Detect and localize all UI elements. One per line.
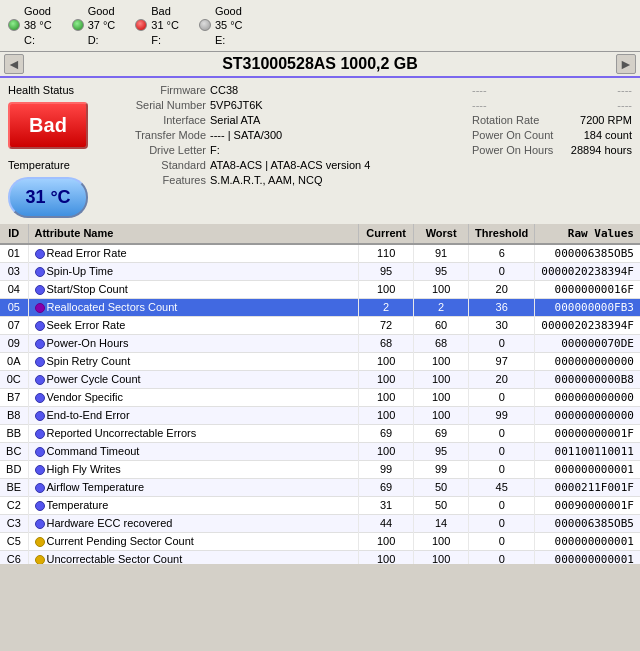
col-worst-header: Worst (414, 224, 469, 244)
row-threshold: 6 (469, 244, 535, 263)
interface-value: Serial ATA (210, 114, 260, 126)
row-id: C6 (0, 550, 28, 564)
drive-d-dot (72, 19, 84, 31)
row-current: 95 (359, 262, 414, 280)
table-row[interactable]: C6 Uncorrectable Sector Count 100 100 0 … (0, 550, 640, 564)
drive-c-dot (8, 19, 20, 31)
table-row[interactable]: C2 Temperature 31 50 0 00090000001F (0, 496, 640, 514)
table-row[interactable]: 03 Spin-Up Time 95 95 0 0000020238394F (0, 262, 640, 280)
row-worst: 100 (414, 370, 469, 388)
table-row[interactable]: 01 Read Error Rate 110 91 6 000006385OB5 (0, 244, 640, 263)
row-threshold: 0 (469, 460, 535, 478)
standard-label: Standard (106, 159, 206, 171)
row-icon (35, 249, 45, 259)
table-row[interactable]: 04 Start/Stop Count 100 100 20 000000000… (0, 280, 640, 298)
drive-f-temp: 31 °C (151, 18, 179, 32)
row-name: End-to-End Error (28, 406, 359, 424)
table-row[interactable]: 07 Seek Error Rate 72 60 30 000002023839… (0, 316, 640, 334)
table-row[interactable]: B7 Vendor Specific 100 100 0 00000000000… (0, 388, 640, 406)
row-icon (35, 465, 45, 475)
row-raw: 000000000001 (535, 532, 640, 550)
rotation-label: Rotation Rate (472, 114, 539, 126)
row-threshold: 0 (469, 550, 535, 564)
prev-button[interactable]: ◄ (4, 54, 24, 74)
drive-info-panel: Firmware CC38 Serial Number 5VP6JT6K Int… (106, 84, 464, 218)
row-worst: 100 (414, 550, 469, 564)
main-info-panel: Health Status Bad Temperature 31 °C Firm… (0, 78, 640, 224)
row-id: 0A (0, 352, 28, 370)
table-row[interactable]: BE Airflow Temperature 69 50 45 0000211F… (0, 478, 640, 496)
power-hours-value: 28894 hours (562, 144, 632, 156)
drive-letter-value: F: (210, 144, 220, 156)
nav-bar: ◄ ST31000528AS 1000,2 GB ► (0, 52, 640, 78)
drive-d-status[interactable]: Good 37 °C D: (72, 4, 116, 47)
serial-row: Serial Number 5VP6JT6K (106, 99, 464, 111)
table-row[interactable]: BB Reported Uncorrectable Errors 69 69 0… (0, 424, 640, 442)
dash1: ---- (472, 84, 487, 96)
row-current: 69 (359, 478, 414, 496)
row-worst: 100 (414, 406, 469, 424)
table-row[interactable]: 09 Power-On Hours 68 68 0 000000070DE (0, 334, 640, 352)
row-id: 01 (0, 244, 28, 263)
drive-d-letter: D: (88, 33, 116, 47)
table-row[interactable]: BC Command Timeout 100 95 0 001100110011 (0, 442, 640, 460)
row-name: Vendor Specific (28, 388, 359, 406)
row-threshold: 36 (469, 298, 535, 316)
interface-row: Interface Serial ATA (106, 114, 464, 126)
dash1b: ---- (617, 84, 632, 96)
rotation-value: 7200 RPM (562, 114, 632, 126)
drive-e-letter: E: (215, 33, 243, 47)
standard-row: Standard ATA8-ACS | ATA8-ACS version 4 (106, 159, 464, 171)
next-button[interactable]: ► (616, 54, 636, 74)
row-raw: 0000020238394F (535, 262, 640, 280)
table-row[interactable]: 0C Power Cycle Count 100 100 20 00000000… (0, 370, 640, 388)
row-id: BD (0, 460, 28, 478)
row-icon (35, 429, 45, 439)
row-current: 100 (359, 550, 414, 564)
firmware-value: CC38 (210, 84, 238, 96)
row-current: 100 (359, 352, 414, 370)
row-id: BC (0, 442, 28, 460)
row-worst: 100 (414, 532, 469, 550)
table-row[interactable]: B8 End-to-End Error 100 100 99 000000000… (0, 406, 640, 424)
row-icon (35, 519, 45, 529)
table-row[interactable]: 0A Spin Retry Count 100 100 97 000000000… (0, 352, 640, 370)
row-icon (35, 357, 45, 367)
row-id: 0C (0, 370, 28, 388)
drive-f-letter: F: (151, 33, 179, 47)
table-row[interactable]: C5 Current Pending Sector Count 100 100 … (0, 532, 640, 550)
rotation-row: Rotation Rate 7200 RPM (472, 114, 632, 126)
row-raw: 000000000001 (535, 460, 640, 478)
table-row[interactable]: BD High Fly Writes 99 99 0 000000000001 (0, 460, 640, 478)
row-threshold: 0 (469, 262, 535, 280)
row-current: 110 (359, 244, 414, 263)
drive-title: ST31000528AS 1000,2 GB (24, 55, 616, 73)
row-current: 100 (359, 442, 414, 460)
row-id: C2 (0, 496, 28, 514)
power-hours-label: Power On Hours (472, 144, 553, 156)
transfer-label: Transfer Mode (106, 129, 206, 141)
row-name: Seek Error Rate (28, 316, 359, 334)
row-threshold: 0 (469, 388, 535, 406)
row-id: B7 (0, 388, 28, 406)
col-threshold-header: Threshold (469, 224, 535, 244)
power-count-value: 184 count (562, 129, 632, 141)
table-wrapper[interactable]: ID Attribute Name Current Worst Threshol… (0, 224, 640, 564)
col-name-header: Attribute Name (28, 224, 359, 244)
row-name: Reported Uncorrectable Errors (28, 424, 359, 442)
drive-f-label: Bad (151, 4, 179, 18)
row-icon (35, 285, 45, 295)
row-name: Spin Retry Count (28, 352, 359, 370)
row-worst: 100 (414, 352, 469, 370)
drive-f-status[interactable]: Bad 31 °C F: (135, 4, 179, 47)
drive-c-status[interactable]: Good 38 °C C: (8, 4, 52, 47)
firmware-row: Firmware CC38 (106, 84, 464, 96)
row-current: 69 (359, 424, 414, 442)
row-worst: 50 (414, 496, 469, 514)
table-row[interactable]: 05 Reallocated Sectors Count 2 2 36 0000… (0, 298, 640, 316)
row-icon (35, 555, 45, 563)
table-row[interactable]: C3 Hardware ECC recovered 44 14 0 000006… (0, 514, 640, 532)
row-current: 100 (359, 388, 414, 406)
smart-table: ID Attribute Name Current Worst Threshol… (0, 224, 640, 564)
drive-e-status[interactable]: Good 35 °C E: (199, 4, 243, 47)
